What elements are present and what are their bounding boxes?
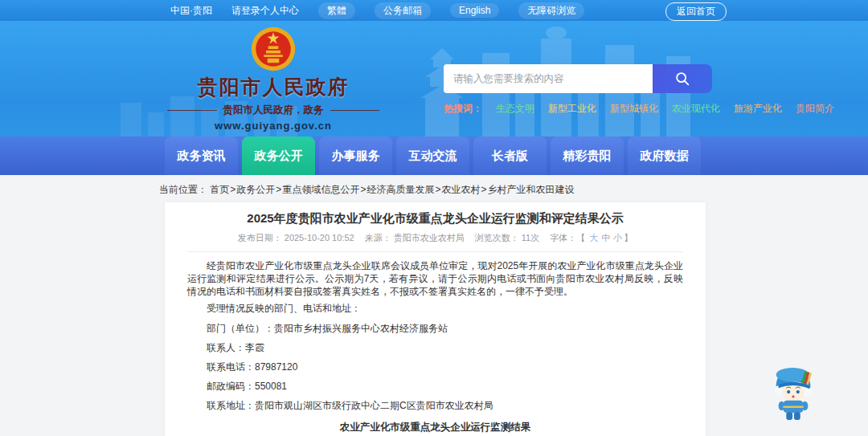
site-header: 贵阳市人民政府 贵阳市人民政府．政务 www.guiyang.gov.cn 热	[0, 21, 868, 137]
article-paragraph: 经贵阳市农业产业化市级重点龙头企业联席会议成员单位审定，现对2025年开展的农业…	[187, 259, 683, 298]
search-area: 热搜词： 生态文明 新型工业化 新型城镇化 农业现代化 旅游产业化 贵阳简介	[444, 64, 712, 116]
topbar-link-official-mail[interactable]: 公务邮箱	[375, 2, 431, 19]
hot-word-agriculture[interactable]: 农业现代化	[672, 102, 720, 116]
search-icon	[674, 70, 691, 88]
contact-postcode: 邮政编码：550081	[187, 381, 683, 392]
topbar-link-english[interactable]: English	[450, 3, 499, 18]
topbar-link-login[interactable]: 请登录个人中心	[231, 4, 299, 18]
font-size-medium-button[interactable]: 中	[601, 233, 610, 242]
nav-tab-news[interactable]: 政务资讯	[165, 137, 238, 175]
topbar-link-accessibility[interactable]: 无障碍浏览	[518, 2, 584, 19]
breadcrumb-separator: >	[435, 184, 440, 195]
hot-word-guiyang-intro[interactable]: 贵阳简介	[796, 102, 834, 116]
hot-word-urbanization[interactable]: 新型城镇化	[610, 102, 658, 116]
article-card: 2025年度贵阳市农业产业化市级重点龙头企业运行监测和评定结果公示 发布日期：2…	[165, 202, 706, 436]
font-size-small-button[interactable]: 小	[613, 233, 622, 242]
contact-department: 部门（单位）：贵阳市乡村振兴服务中心农村经济服务站	[187, 324, 683, 334]
search-box	[444, 64, 712, 93]
source-value: 贵阳市农业农村局	[394, 233, 465, 242]
hot-search-label: 热搜词：	[444, 102, 482, 116]
search-input[interactable]	[444, 64, 653, 93]
top-utility-bar: 中国·贵阳 请登录个人中心 繁體 公务邮箱 English 无障碍浏览 返回首页	[0, 0, 868, 21]
mascot-icon	[768, 363, 818, 424]
site-brand[interactable]: 贵阳市人民政府 贵阳市人民政府．政务 www.guiyang.gov.cn	[167, 26, 379, 132]
search-button[interactable]	[653, 64, 712, 93]
article-body: 经贵阳市农业产业化市级重点龙头企业联席会议成员单位审定，现对2025年开展的农业…	[187, 252, 683, 436]
source-label: 来源：	[365, 233, 391, 242]
nav-tab-interaction[interactable]: 互动交流	[396, 137, 469, 175]
contact-address: 联系地址：贵阳市观山湖区市级行政中心二期C区贵阳市农业农村局	[187, 401, 683, 411]
subtitle-rule-left	[167, 110, 217, 111]
content-area: 当前位置： 首页>政务公开>重点领域信息公开>经济高质量发展>农业农村>乡村产业…	[0, 175, 868, 436]
contact-person: 联系人：李霞	[187, 343, 683, 353]
nav-tab-gov-data[interactable]: 政府数据	[628, 137, 701, 175]
subtitle-rule-right	[330, 110, 380, 111]
nav-tab-senior-version[interactable]: 长者版	[473, 137, 547, 175]
page: 中国·贵阳 请登录个人中心 繁體 公务邮箱 English 无障碍浏览 返回首页	[0, 0, 868, 436]
hot-search-row: 热搜词： 生态文明 新型工业化 新型城镇化 农业现代化 旅游产业化 贵阳简介	[444, 102, 712, 116]
font-size-large-button[interactable]: 大	[589, 233, 598, 242]
national-emblem-logo	[250, 26, 297, 72]
publish-date-value: 2025-10-20 10:52	[285, 233, 354, 242]
breadcrumb-agriculture[interactable]: 农业农村	[441, 184, 480, 195]
views-value: 11次	[522, 233, 539, 242]
topbar-link-traditional-chinese[interactable]: 繁體	[318, 2, 355, 19]
page-title: 2025年度贵阳市农业产业化市级重点龙头企业运行监测和评定结果公示	[187, 210, 683, 227]
contact-phone: 联系电话：87987120	[187, 362, 683, 373]
font-size-label: 字体：【	[550, 233, 585, 242]
site-subtitle-text: 贵阳市人民政府．政务	[223, 104, 324, 117]
site-url: www.guiyang.gov.cn	[167, 120, 379, 132]
site-title: 贵阳市人民政府	[167, 74, 379, 100]
table-caption: 农业产业化市级重点龙头企业运行监测结果	[187, 421, 683, 434]
breadcrumb-rural-industry[interactable]: 乡村产业和农田建设	[487, 184, 574, 195]
topbar-link-china-guiyang[interactable]: 中国·贵阳	[170, 4, 212, 18]
font-size-bracket: 】	[624, 233, 633, 242]
nav-tab-gov-disclosure[interactable]: 政务公开	[242, 137, 315, 175]
breadcrumb-home[interactable]: 首页	[210, 184, 229, 195]
views-label: 浏览次数：	[475, 233, 519, 242]
main-nav: 政务资讯 政务公开 办事服务 互动交流 长者版 精彩贵阳 政府数据	[0, 137, 868, 175]
breadcrumb-key-info[interactable]: 重点领域信息公开	[282, 184, 359, 195]
guiyang-mascot[interactable]	[768, 363, 818, 424]
breadcrumb-gov-disclosure[interactable]: 政务公开	[236, 184, 275, 195]
article-paragraph: 受理情况反映的部门、电话和地址：	[187, 302, 683, 315]
hot-word-new-industry[interactable]: 新型工业化	[548, 102, 596, 116]
breadcrumb-separator: >	[481, 184, 486, 195]
publish-date-label: 发布日期：	[238, 233, 282, 242]
topbar-links: 中国·贵阳 请登录个人中心 繁體 公务邮箱 English 无障碍浏览	[0, 2, 584, 19]
breadcrumb-separator: >	[360, 184, 366, 195]
breadcrumb: 当前位置： 首页>政务公开>重点领域信息公开>经济高质量发展>农业农村>乡村产业…	[0, 175, 868, 197]
site-subtitle: 贵阳市人民政府．政务	[167, 104, 379, 117]
nav-tab-services[interactable]: 办事服务	[319, 137, 392, 175]
back-to-home-button[interactable]: 返回首页	[665, 2, 727, 21]
article-meta: 发布日期：2025-10-20 10:52 来源：贵阳市农业农村局 浏览次数：1…	[187, 232, 683, 252]
nav-tab-splendid-guiyang[interactable]: 精彩贵阳	[551, 137, 624, 175]
breadcrumb-label: 当前位置：	[159, 184, 207, 195]
breadcrumb-separator: >	[230, 184, 235, 195]
hot-word-ecology[interactable]: 生态文明	[496, 102, 534, 116]
breadcrumb-economy[interactable]: 经济高质量发展	[366, 184, 434, 195]
hot-word-tourism[interactable]: 旅游产业化	[734, 102, 782, 116]
breadcrumb-separator: >	[276, 184, 281, 195]
